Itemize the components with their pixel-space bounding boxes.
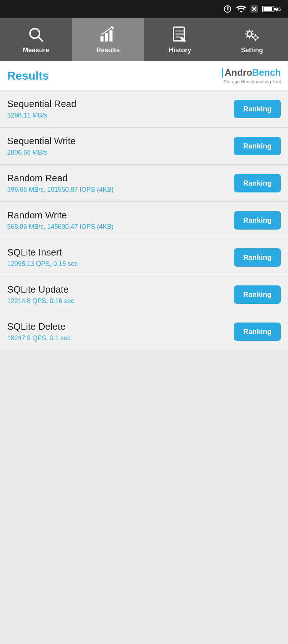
tab-measure[interactable]: Measure [0,18,72,61]
result-item: Random Read 396.68 MB/s, 101550.87 IOPS … [0,165,288,202]
wifi-icon [236,5,246,13]
battery-icon [262,6,274,12]
result-value: 12095.13 QPS, 0.16 sec [7,260,78,268]
result-item: Random Write 568.86 MB/s, 145630.47 IOPS… [0,202,288,239]
result-name: SQLite Delete [7,321,71,332]
setting-icon [243,26,261,44]
nav-tabs: Measure Results History [0,18,288,61]
result-name: SQLite Update [7,284,74,295]
ranking-button[interactable]: Ranking [234,211,281,230]
result-name: Random Write [7,210,113,221]
result-item: Sequential Read 3298.11 MB/s Ranking [0,90,288,128]
svg-line-3 [38,36,42,41]
result-value: 3298.11 MB/s [7,112,76,119]
svg-point-14 [254,36,257,39]
result-item: SQLite Update 12214.8 QPS, 0.16 sec Rank… [0,276,288,313]
svg-point-13 [247,31,252,36]
ranking-button[interactable]: Ranking [234,285,281,304]
brand-bar [222,68,223,78]
result-info: Sequential Write 2806.68 MB/s [7,136,76,156]
svg-rect-4 [100,36,103,41]
result-item: Sequential Write 2806.68 MB/s Ranking [0,128,288,165]
result-info: SQLite Delete 18247.9 QPS, 0.1 sec [7,321,71,342]
tab-history-label: History [169,46,191,54]
speedometer-icon [223,5,232,13]
result-item: SQLite Insert 12095.13 QPS, 0.16 sec Ran… [0,239,288,276]
ranking-button[interactable]: Ranking [234,174,281,192]
tab-setting-label: Setting [241,46,263,54]
battery-indicator: 95 [262,6,281,12]
battery-level: 95 [276,6,281,12]
result-name: Sequential Read [7,98,76,110]
ranking-button[interactable]: Ranking [234,137,281,155]
results-header: Results AndroBench Storage Benchmarking … [0,61,288,90]
close-icon [251,5,258,13]
result-value: 396.68 MB/s, 101550.87 IOPS (4KB) [7,186,113,194]
brand-name-part2: Bench [252,67,281,78]
result-value: 568.86 MB/s, 145630.47 IOPS (4KB) [7,223,113,231]
svg-rect-5 [105,33,108,41]
result-info: SQLite Insert 12095.13 QPS, 0.16 sec [7,247,78,268]
results-list: Sequential Read 3298.11 MB/s Ranking Seq… [0,90,288,644]
tab-results[interactable]: Results [72,18,144,61]
result-info: Sequential Read 3298.11 MB/s [7,98,76,119]
result-info: SQLite Update 12214.8 QPS, 0.16 sec [7,284,74,305]
result-value: 18247.9 QPS, 0.1 sec [7,334,71,342]
result-item: SQLite Delete 18247.9 QPS, 0.1 sec Ranki… [0,313,288,350]
tab-setting[interactable]: Setting [216,18,288,61]
results-icon [99,26,117,44]
result-name: SQLite Insert [7,247,78,258]
measure-icon [27,26,45,44]
page-title: Results [7,69,49,83]
result-value: 2806.68 MB/s [7,149,76,156]
brand-name: AndroBench [222,67,281,78]
result-name: Random Read [7,173,113,184]
status-bar: 95 [0,0,288,18]
svg-rect-6 [109,30,112,41]
brand-subtitle: Storage Benchmarking Tool [224,79,281,84]
result-info: Random Write 568.86 MB/s, 145630.47 IOPS… [7,210,113,231]
result-value: 12214.8 QPS, 0.16 sec [7,297,74,305]
ranking-button[interactable]: Ranking [234,323,281,341]
ranking-button[interactable]: Ranking [234,100,281,118]
result-name: Sequential Write [7,136,76,147]
tab-history[interactable]: History [144,18,216,61]
result-info: Random Read 396.68 MB/s, 101550.87 IOPS … [7,173,113,194]
brand-name-part1: Andro [225,67,252,78]
brand: AndroBench Storage Benchmarking Tool [222,67,281,84]
tab-results-label: Results [96,46,120,54]
history-icon [171,26,189,44]
ranking-button[interactable]: Ranking [234,248,281,267]
svg-point-0 [227,9,228,10]
tab-measure-label: Measure [23,46,49,54]
